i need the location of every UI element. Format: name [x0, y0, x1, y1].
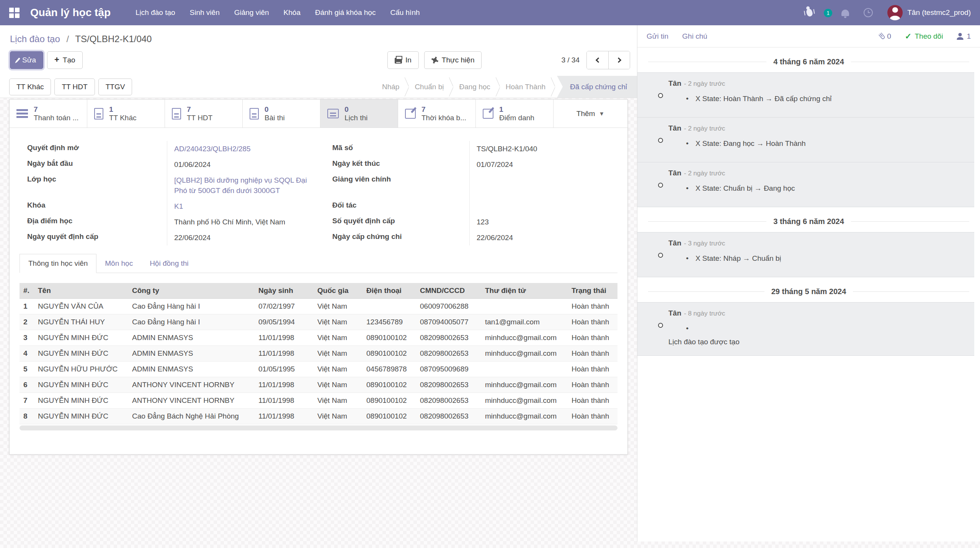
apps-menu-icon[interactable] — [9, 8, 20, 18]
breadcrumb-parent-link[interactable]: Lịch đào tạo — [10, 34, 60, 44]
paperclip-icon — [879, 33, 886, 40]
stat-button[interactable]: 0 Lịch thi — [320, 100, 398, 128]
message-author[interactable]: Tân — [668, 79, 681, 87]
col-header-name[interactable]: Tên — [34, 283, 128, 299]
field-value: [QLBH2] Bồi dưỡng nghiệp vụ SQQL Đại Phó… — [167, 172, 322, 198]
stat-count: 7 — [34, 105, 78, 114]
field-value — [469, 172, 617, 198]
message-timestamp: - 8 ngày trước — [684, 310, 725, 317]
chatter-message: Tân- 3 ngày trước X State: Nháp → Chuẩn … — [637, 232, 974, 277]
statusbar-action-button[interactable]: TTGV — [98, 79, 132, 95]
more-dropdown-button[interactable]: Thêm ▼ — [554, 100, 627, 128]
stat-label: Điểm danh — [499, 114, 534, 122]
field-value: AD/240423/QLBH2/285 — [167, 141, 322, 157]
field-value-link[interactable]: [QLBH2] Bồi dưỡng nghiệp vụ SQQL Đại Phó… — [174, 176, 307, 195]
stage-item[interactable]: Hoàn Thành — [502, 76, 549, 98]
pager-next-button[interactable] — [608, 51, 630, 69]
message-author[interactable]: Tân — [668, 124, 681, 132]
followers-button[interactable]: 1 — [957, 32, 971, 41]
field-label: Ngày cấp chứng chỉ — [322, 230, 469, 245]
nav-menu-item[interactable]: Giảng viên — [227, 0, 276, 25]
message-group: Tân- 8 ngày trước Lịch đào tạo được tạo — [637, 302, 980, 356]
field-value-link[interactable]: K1 — [174, 202, 183, 210]
stat-label: TT HDT — [187, 114, 212, 122]
statusbar-action-button[interactable]: TT HDT — [54, 79, 95, 95]
message-author[interactable]: Tân — [668, 309, 681, 317]
field-label: Ngày bắt đầu — [20, 157, 167, 172]
nav-menu-item[interactable]: Sinh viên — [183, 0, 227, 25]
user-menu[interactable]: Tân (testmc2_prod) — [887, 5, 971, 20]
stage-item[interactable]: Chuẩn bị — [411, 76, 448, 98]
nav-menu-item[interactable]: Khóa — [276, 0, 308, 25]
table-row[interactable]: 4 NGUYỄN MINH ĐỨC ADMIN ENMASYS 11/01/19… — [20, 346, 617, 362]
table-row[interactable]: 7 NGUYỄN MINH ĐỨC ANTHONY VINCENT HORNBY… — [20, 393, 617, 409]
stage-arrow-separator — [494, 76, 502, 98]
attachments-button[interactable]: 0 — [880, 32, 891, 41]
stat-button[interactable]: 1 TT Khác — [87, 100, 165, 128]
col-header-company[interactable]: Công ty — [128, 283, 255, 299]
table-row[interactable]: 8 NGUYỄN MINH ĐỨC Cao Đẳng Bách Nghệ Hải… — [20, 409, 617, 424]
statusbar-action-button[interactable]: TT Khác — [9, 79, 51, 95]
send-message-link[interactable]: Gửi tin — [647, 32, 668, 41]
stat-button-icon — [327, 109, 339, 118]
stat-button[interactable]: 0 Bài thi — [243, 100, 320, 128]
stat-button-icon — [250, 108, 259, 119]
col-header-status[interactable]: Trạng thái — [568, 283, 617, 299]
plus-icon: + — [54, 56, 59, 64]
debug-bug-icon[interactable] — [805, 8, 813, 17]
status-dot — [658, 253, 663, 258]
chatter-panel: Gửi tin Ghi chú 0 ✓ Theo dõi 1 4 tháng 6… — [637, 25, 980, 541]
table-row[interactable]: 5 NGUYỄN HỮU PHƯỚC ADMIN ENMASYS 01/05/1… — [20, 362, 617, 377]
table-row[interactable]: 1 NGUYỄN VĂN CỦA Cao Đẳng Hàng hải I 07/… — [20, 299, 617, 314]
stat-button[interactable]: 7 Thời khóa b... — [398, 100, 476, 128]
tracking-change-text — [686, 324, 966, 333]
stage-pipeline: Nháp Chuẩn bị Đang học Hoàn Thàn — [378, 76, 637, 98]
stat-button[interactable]: 7 TT HDT — [165, 100, 243, 128]
stat-button[interactable]: 7 Thanh toán ... — [10, 100, 87, 128]
table-row[interactable]: 3 NGUYỄN MINH ĐỨC ADMIN ENMASYS 11/01/19… — [20, 330, 617, 346]
message-avatar — [644, 79, 662, 97]
stat-button-icon — [94, 108, 103, 119]
field-label: Địa điểm học — [20, 214, 167, 230]
stage-arrow-separator — [448, 76, 455, 98]
stat-count: 7 — [187, 105, 212, 114]
col-header-dob[interactable]: Ngày sinh — [255, 283, 314, 299]
message-author[interactable]: Tân — [668, 239, 681, 247]
table-row[interactable]: 6 NGUYỄN MINH ĐỨC ANTHONY VINCENT HORNBY… — [20, 377, 617, 393]
stage-item[interactable]: Đang học — [455, 76, 494, 98]
field-label: Đối tác — [322, 198, 469, 214]
field-value-link[interactable]: AD/240423/QLBH2/285 — [174, 145, 251, 153]
log-note-link[interactable]: Ghi chú — [682, 32, 707, 41]
chatter-topbar: Gửi tin Ghi chú 0 ✓ Theo dõi 1 — [637, 25, 980, 47]
create-button[interactable]: + Tạo — [47, 51, 83, 69]
nav-menu-item[interactable]: Lịch đào tạo — [128, 0, 183, 25]
col-header-email[interactable]: Thư điện tử — [481, 283, 568, 299]
message-avatar — [644, 124, 662, 142]
print-button[interactable]: In — [387, 51, 419, 69]
col-header-idno[interactable]: CMND/CCCD — [416, 283, 481, 299]
tab-item[interactable]: Hội đồng thi — [141, 254, 197, 273]
activity-clock-icon[interactable] — [864, 8, 873, 17]
message-author[interactable]: Tân — [668, 169, 681, 177]
nav-menu-item[interactable]: Đánh giá khóa học — [308, 0, 383, 25]
tab-item[interactable]: Môn học — [96, 254, 141, 273]
table-row[interactable]: 2 NGUYỄN THÁI HUY Cao Đẳng Hàng hải I 09… — [20, 314, 617, 330]
stage-item[interactable]: Nháp — [378, 76, 403, 98]
pager-previous-button[interactable] — [587, 51, 608, 69]
action-button[interactable]: Thực hiện — [424, 51, 482, 69]
edit-button[interactable]: Sửa — [10, 51, 43, 69]
field-label: Ngày kết thúc — [322, 157, 469, 172]
app-title: Quản lý học tập — [30, 7, 111, 19]
bell-icon[interactable] — [841, 10, 849, 16]
tab-student-info[interactable]: Thông tin học viên — [20, 254, 96, 273]
nav-menu-item[interactable]: Cấu hình — [383, 0, 427, 25]
table-horizontal-scrollbar[interactable] — [20, 425, 617, 430]
breadcrumb-current: TS/QLBH2-K1/040 — [75, 34, 152, 44]
navbar-menus: Lịch đào tạoSinh viênGiảng viênKhóaĐánh … — [128, 0, 427, 25]
col-header-phone[interactable]: Điện thoại — [363, 283, 416, 299]
col-header-country[interactable]: Quốc gia — [314, 283, 363, 299]
col-header-num[interactable]: #. — [20, 283, 34, 299]
stat-button[interactable]: 1 Điểm danh — [476, 100, 554, 128]
stat-label: Bài thi — [265, 114, 285, 122]
follow-button[interactable]: ✓ Theo dõi — [905, 32, 943, 41]
